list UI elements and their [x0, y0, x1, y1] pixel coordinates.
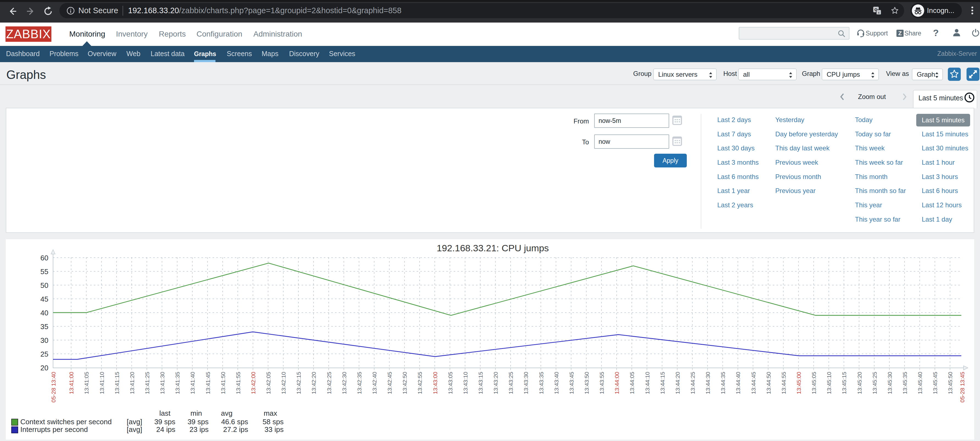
svg-text:13:45:25: 13:45:25	[872, 372, 878, 394]
svg-text:13:45:20: 13:45:20	[856, 372, 863, 394]
svg-text:13:44:25: 13:44:25	[689, 372, 696, 394]
svg-text:13:44:05: 13:44:05	[629, 372, 635, 394]
svg-text:13:41:30: 13:41:30	[159, 372, 165, 394]
svg-text:45: 45	[40, 295, 48, 303]
svg-text:13:41:35: 13:41:35	[174, 372, 181, 394]
svg-text:13:41:05: 13:41:05	[83, 372, 89, 394]
svg-text:13:44:00: 13:44:00	[614, 372, 620, 394]
svg-text:13:45:45: 13:45:45	[932, 372, 938, 394]
svg-text:[avg]: [avg]	[127, 418, 142, 426]
svg-text:13:44:45: 13:44:45	[750, 372, 757, 394]
svg-text:39 sps: 39 sps	[154, 418, 175, 426]
svg-text:13:42:35: 13:42:35	[356, 372, 363, 394]
svg-text:13:41:10: 13:41:10	[99, 372, 105, 394]
svg-text:13:43:45: 13:43:45	[568, 372, 574, 394]
svg-text:13:43:05: 13:43:05	[447, 372, 453, 394]
svg-text:13:45:30: 13:45:30	[886, 372, 893, 394]
svg-text:58 sps: 58 sps	[262, 418, 283, 426]
svg-text:13:43:25: 13:43:25	[508, 372, 514, 394]
svg-text:13:41:55: 13:41:55	[235, 372, 241, 394]
svg-text:13:45:35: 13:45:35	[902, 372, 908, 394]
svg-text:13:45:00: 13:45:00	[795, 372, 802, 394]
svg-text:13:41:50: 13:41:50	[220, 372, 226, 394]
svg-text:27.2 ips: 27.2 ips	[223, 425, 248, 433]
svg-text:last: last	[159, 409, 171, 417]
svg-text:13:45:40: 13:45:40	[917, 372, 923, 394]
svg-text:13:41:00: 13:41:00	[68, 372, 75, 394]
svg-text:13:44:30: 13:44:30	[705, 372, 711, 394]
svg-text:13:43:00: 13:43:00	[432, 372, 438, 394]
svg-text:max: max	[264, 409, 277, 417]
svg-text:13:45:10: 13:45:10	[826, 372, 832, 394]
svg-text:13:45:05: 13:45:05	[811, 372, 817, 394]
svg-text:13:43:30: 13:43:30	[523, 372, 529, 394]
svg-text:55: 55	[40, 267, 48, 276]
svg-text:Interrupts per second: Interrupts per second	[20, 425, 88, 433]
svg-text:13:42:00: 13:42:00	[250, 372, 256, 394]
svg-text:20: 20	[40, 364, 48, 372]
svg-text:24 ips: 24 ips	[156, 425, 175, 433]
svg-text:13:41:45: 13:41:45	[205, 372, 211, 394]
svg-text:13:44:15: 13:44:15	[659, 372, 666, 394]
svg-text:50: 50	[40, 281, 48, 290]
svg-text:13:42:30: 13:42:30	[341, 372, 347, 394]
svg-text:13:43:40: 13:43:40	[553, 372, 560, 394]
svg-text:13:41:25: 13:41:25	[144, 372, 150, 394]
svg-text:13:44:55: 13:44:55	[781, 372, 787, 394]
svg-text:13:42:20: 13:42:20	[310, 372, 317, 394]
svg-text:05-28 13:40: 05-28 13:40	[50, 372, 57, 403]
svg-text:23 ips: 23 ips	[189, 425, 208, 433]
svg-text:25: 25	[40, 350, 48, 358]
svg-text:13:42:15: 13:42:15	[296, 372, 302, 394]
svg-text:13:44:50: 13:44:50	[765, 372, 772, 394]
svg-text:46.6 sps: 46.6 sps	[221, 418, 248, 426]
svg-text:13:44:35: 13:44:35	[720, 372, 726, 394]
svg-text:33 ips: 33 ips	[265, 425, 283, 433]
svg-text:avg: avg	[221, 409, 232, 417]
svg-text:13:43:10: 13:43:10	[462, 372, 469, 394]
svg-text:40: 40	[40, 309, 48, 317]
svg-text:13:42:40: 13:42:40	[371, 372, 378, 394]
svg-text:13:43:35: 13:43:35	[538, 372, 544, 394]
svg-text:13:42:25: 13:42:25	[326, 372, 332, 394]
svg-text:[avg]: [avg]	[127, 425, 142, 433]
svg-text:13:43:50: 13:43:50	[584, 372, 590, 394]
svg-text:30: 30	[40, 336, 48, 344]
svg-text:13:41:15: 13:41:15	[114, 372, 120, 394]
svg-text:13:43:55: 13:43:55	[598, 372, 605, 394]
svg-text:13:42:45: 13:42:45	[387, 372, 393, 394]
svg-text:13:43:15: 13:43:15	[477, 372, 484, 394]
svg-text:x: x	[878, 11, 880, 14]
svg-text:13:44:10: 13:44:10	[644, 372, 651, 394]
svg-text:min: min	[191, 409, 202, 417]
svg-text:13:41:20: 13:41:20	[129, 372, 135, 394]
svg-text:35: 35	[40, 323, 48, 331]
svg-text:192.168.33.21: CPU jumps: 192.168.33.21: CPU jumps	[437, 243, 549, 253]
svg-text:13:44:40: 13:44:40	[735, 372, 741, 394]
svg-text:Context switches per second: Context switches per second	[20, 418, 111, 426]
svg-text:13:45:50: 13:45:50	[947, 372, 953, 394]
svg-text:13:43:20: 13:43:20	[493, 372, 499, 394]
svg-text:13:44:20: 13:44:20	[675, 372, 681, 394]
svg-text:60: 60	[40, 254, 48, 262]
svg-text:13:42:10: 13:42:10	[280, 372, 286, 394]
svg-text:13:41:40: 13:41:40	[189, 372, 196, 394]
svg-text:13:42:55: 13:42:55	[417, 372, 423, 394]
svg-text:13:45:15: 13:45:15	[841, 372, 847, 394]
svg-text:13:42:05: 13:42:05	[265, 372, 272, 394]
svg-text:39 sps: 39 sps	[188, 418, 208, 426]
svg-text:05-28 13:45: 05-28 13:45	[959, 372, 966, 403]
svg-text:13:42:50: 13:42:50	[401, 372, 408, 394]
